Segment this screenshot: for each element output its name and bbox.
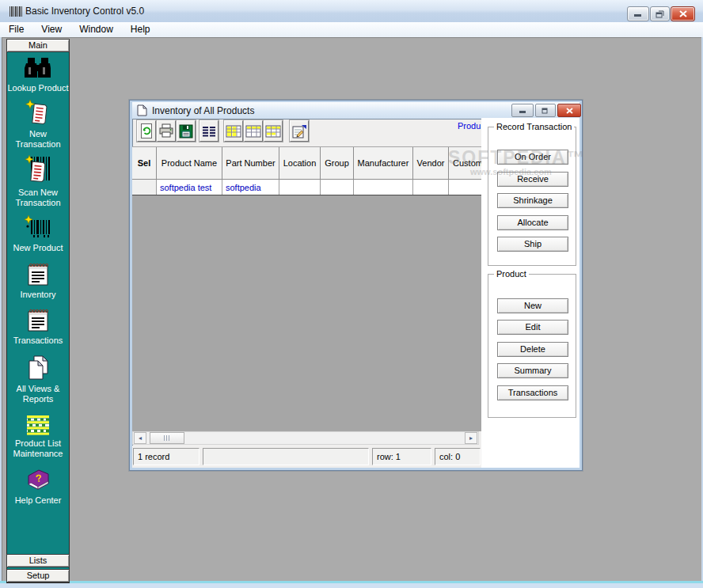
properties-button[interactable] xyxy=(290,120,309,142)
product-transactions-button[interactable]: Transactions xyxy=(497,385,568,400)
barcode-new-icon xyxy=(24,215,52,241)
menu-window[interactable]: Window xyxy=(70,22,122,37)
cell-manufacturer[interactable] xyxy=(354,180,413,195)
child-window-title: Inventory of All Products xyxy=(152,105,254,116)
cell-sel[interactable] xyxy=(132,180,157,195)
row-list-icon xyxy=(202,125,216,138)
column-header-part-number[interactable]: Part Number xyxy=(222,147,279,180)
sidebar-item-label: Lookup Product xyxy=(6,83,70,93)
column-header-manufacturer[interactable]: Manufacturer xyxy=(354,147,413,180)
sidebar-item-new-transaction[interactable]: New Transaction xyxy=(6,100,70,150)
sidebar-tab-main[interactable]: Main xyxy=(6,39,70,52)
table-header: Sel Product Name Part Number Location Gr… xyxy=(132,147,481,180)
child-close-button[interactable] xyxy=(557,104,581,117)
sidebar-item-all-views-reports[interactable]: All Views & Reports xyxy=(6,355,70,404)
form-edit-icon xyxy=(291,124,307,138)
shrinkage-button[interactable]: Shrinkage xyxy=(497,193,568,208)
title-bar[interactable]: Basic Inventory Control v5.0 xyxy=(0,0,703,23)
ship-button[interactable]: Ship xyxy=(497,237,568,252)
documents-icon xyxy=(26,355,50,381)
menu-help[interactable]: Help xyxy=(122,22,159,37)
scroll-left-arrow[interactable]: ◂ xyxy=(134,432,146,444)
sidebar-item-help-center[interactable]: ? Help Center xyxy=(6,468,70,506)
sidebar-item-label: Transactions xyxy=(6,336,70,346)
save-button[interactable] xyxy=(177,120,196,142)
print-button[interactable] xyxy=(157,120,176,142)
menu-bar: File View Window Help xyxy=(0,22,703,38)
product-delete-button[interactable]: Delete xyxy=(497,342,568,357)
cell-custom[interactable] xyxy=(449,180,481,195)
watermark-url: www.softpedia.com xyxy=(470,167,552,176)
menu-view[interactable]: View xyxy=(32,22,70,37)
close-icon xyxy=(566,108,573,114)
page-refresh-icon xyxy=(139,123,154,139)
status-record-count: 1 record xyxy=(133,448,200,465)
table-highlight-rows-icon xyxy=(265,125,281,138)
table-row[interactable]: softpedia test softpedia xyxy=(132,180,481,195)
column-header-vendor[interactable]: Vendor xyxy=(413,147,449,180)
column-header-location[interactable]: Location xyxy=(279,147,321,180)
cell-part-number[interactable]: softpedia xyxy=(222,180,279,195)
column-header-product-name[interactable]: Product Name xyxy=(157,147,222,180)
product-new-button[interactable]: New xyxy=(497,298,568,313)
sidebar-tab-setup[interactable]: Setup xyxy=(6,569,70,582)
barcode-app-icon xyxy=(10,6,22,17)
sidebar-item-scan-new-transaction[interactable]: Scan New Transaction xyxy=(6,155,70,208)
status-col-indicator: col: 0 xyxy=(435,448,481,465)
notepad-icon xyxy=(26,262,50,287)
cell-location[interactable] xyxy=(279,180,321,195)
minimize-button[interactable] xyxy=(627,6,649,21)
sidebar-item-label: New Product xyxy=(6,243,70,253)
column-header-group[interactable]: Group xyxy=(321,147,354,180)
grid-view-1-button[interactable] xyxy=(224,120,243,142)
status-message xyxy=(203,448,369,465)
help-book-icon: ? xyxy=(25,468,51,493)
sidebar-item-lookup-product[interactable]: Lookup Product xyxy=(6,57,70,93)
row-view-button[interactable] xyxy=(200,120,218,142)
product-link-text[interactable]: Produ xyxy=(458,121,481,131)
sidebar-item-label: Help Center xyxy=(6,495,70,506)
sidebar-item-label: All Views & Reports xyxy=(6,384,70,404)
product-group-title: Product xyxy=(494,269,529,279)
cell-group[interactable] xyxy=(321,180,354,195)
sidebar-item-transactions[interactable]: Transactions xyxy=(6,308,70,346)
close-button[interactable] xyxy=(671,6,695,21)
sidebar-item-product-list-maintenance[interactable]: Product List Maintenance xyxy=(6,414,70,459)
notepad-icon xyxy=(26,308,50,333)
restore-icon xyxy=(542,107,549,114)
cell-product-name[interactable]: softpedia test xyxy=(157,180,222,195)
table-highlight-header-icon xyxy=(245,125,261,138)
horizontal-scrollbar[interactable]: ◂ ▸ xyxy=(132,431,479,445)
minimize-icon xyxy=(519,108,526,114)
scroll-right-arrow[interactable]: ▸ xyxy=(465,432,477,444)
receipt-new-icon xyxy=(25,100,51,127)
frame-bottom xyxy=(0,583,703,588)
table-highlight-columns-icon xyxy=(226,125,241,138)
restore-icon xyxy=(656,10,664,18)
close-icon xyxy=(679,10,687,17)
sidebar-item-inventory[interactable]: Inventory xyxy=(6,262,70,300)
column-header-sel[interactable]: Sel xyxy=(132,147,157,180)
scrollbar-grip-icon xyxy=(164,435,171,441)
floppy-save-icon xyxy=(179,124,193,138)
refresh-button[interactable] xyxy=(137,120,156,142)
child-minimize-button[interactable] xyxy=(511,104,534,117)
sidebar-item-label: Inventory xyxy=(6,290,70,300)
product-edit-button[interactable]: Edit xyxy=(497,320,568,335)
status-bar: 1 record row: 1 col: 0 xyxy=(132,446,481,468)
grid-view-3-button[interactable] xyxy=(264,120,283,142)
product-summary-button[interactable]: Summary xyxy=(497,363,568,378)
child-restore-button[interactable] xyxy=(535,104,556,117)
sidebar-item-new-product[interactable]: New Product xyxy=(6,215,70,253)
scrollbar-thumb[interactable] xyxy=(150,432,184,444)
sidebar-item-label: Scan New Transaction xyxy=(6,188,70,208)
menu-file[interactable]: File xyxy=(0,22,32,37)
grid-view-2-button[interactable] xyxy=(244,120,263,142)
restore-button[interactable] xyxy=(650,6,670,21)
striped-list-icon xyxy=(25,414,51,436)
allocate-button[interactable]: Allocate xyxy=(497,215,568,230)
sidebar-item-label: Product List Maintenance xyxy=(6,438,70,459)
minimize-icon xyxy=(634,10,642,17)
cell-vendor[interactable] xyxy=(413,180,449,195)
sidebar-tab-lists[interactable]: Lists xyxy=(6,554,70,567)
